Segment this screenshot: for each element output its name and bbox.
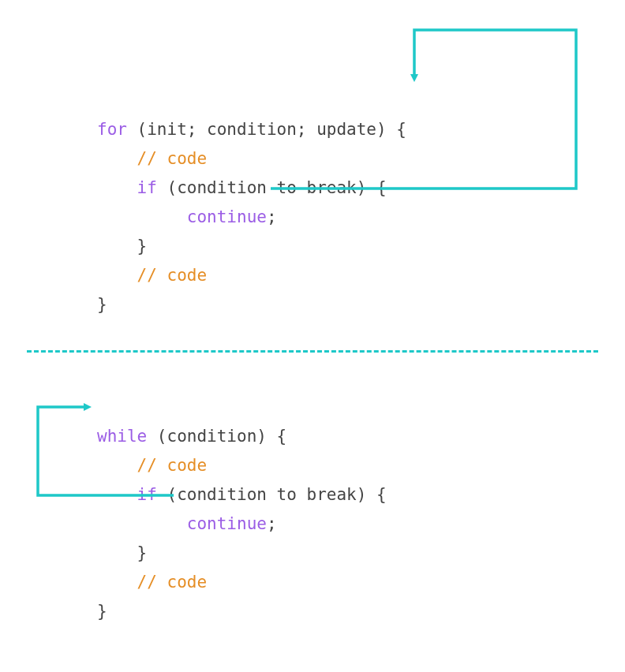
while-loop-code: while (condition) { // code if (conditio…	[97, 393, 387, 626]
for-continue-keyword: continue	[187, 207, 267, 226]
while-if-keyword: if	[137, 485, 157, 504]
while-if-close: }	[137, 543, 148, 562]
for-comment-2: // code	[137, 266, 208, 285]
while-comment-2: // code	[137, 573, 208, 592]
for-comment-1: // code	[137, 149, 208, 168]
for-if-rest: (condition to break) {	[157, 178, 387, 197]
while-keyword: while	[97, 427, 147, 446]
section-divider	[27, 350, 598, 353]
for-if-keyword: if	[137, 178, 157, 197]
for-keyword: for	[97, 120, 127, 139]
while-header-rest: (condition) {	[147, 427, 286, 446]
for-header-rest: (init; condition; update) {	[127, 120, 406, 139]
while-continue-keyword: continue	[187, 514, 267, 533]
while-continue-semi: ;	[267, 514, 277, 533]
for-close: }	[97, 295, 107, 314]
for-loop-code: for (init; condition; update) { // code …	[97, 86, 406, 319]
while-if-rest: (condition to break) {	[157, 485, 387, 504]
while-close: }	[97, 602, 107, 621]
for-if-close: }	[137, 237, 148, 256]
for-continue-semi: ;	[267, 207, 277, 226]
while-comment-1: // code	[137, 456, 208, 475]
